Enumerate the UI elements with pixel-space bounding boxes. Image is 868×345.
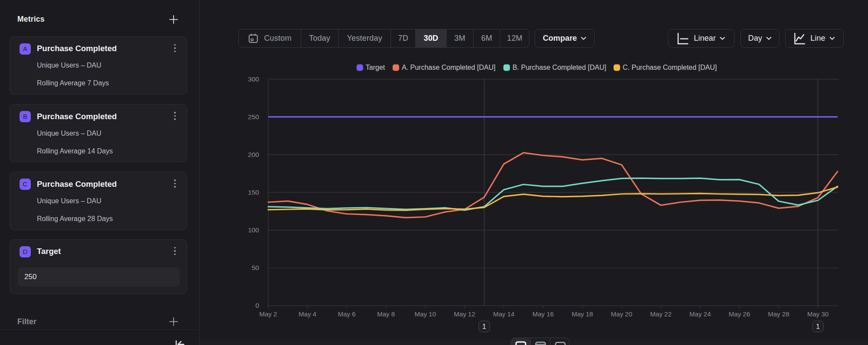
svg-text:May 14: May 14: [493, 310, 514, 318]
svg-text:100: 100: [248, 226, 259, 234]
svg-text:50: 50: [252, 264, 260, 271]
svg-text:May 26: May 26: [729, 310, 750, 318]
svg-text:May 12: May 12: [454, 310, 475, 318]
svg-text:May 20: May 20: [611, 310, 632, 318]
svg-text:May 30: May 30: [807, 310, 829, 318]
svg-text:May 18: May 18: [572, 310, 593, 318]
svg-text:May 28: May 28: [768, 310, 789, 318]
svg-text:250: 250: [248, 113, 259, 120]
svg-text:1: 1: [482, 322, 486, 330]
svg-text:May 22: May 22: [650, 310, 671, 318]
svg-text:May 4: May 4: [299, 310, 316, 318]
svg-text:150: 150: [248, 189, 259, 196]
svg-text:0: 0: [255, 302, 259, 309]
svg-text:300: 300: [248, 75, 259, 83]
svg-text:May 2: May 2: [260, 310, 277, 318]
svg-text:May 10: May 10: [414, 310, 436, 318]
svg-text:A. Purchase Completed [DAU]: A. Purchase Completed [DAU]: [402, 64, 496, 71]
svg-text:May 16: May 16: [533, 310, 554, 318]
svg-text:1: 1: [816, 322, 820, 330]
svg-text:B. Purchase Completed [DAU]: B. Purchase Completed [DAU]: [513, 64, 606, 71]
svg-text:May 8: May 8: [377, 310, 395, 318]
svg-text:C. Purchase Completed [DAU]: C. Purchase Completed [DAU]: [623, 64, 717, 71]
svg-text:May 6: May 6: [338, 310, 355, 318]
svg-text:Target: Target: [366, 64, 385, 71]
svg-text:200: 200: [248, 151, 259, 158]
svg-text:May 24: May 24: [690, 310, 711, 318]
